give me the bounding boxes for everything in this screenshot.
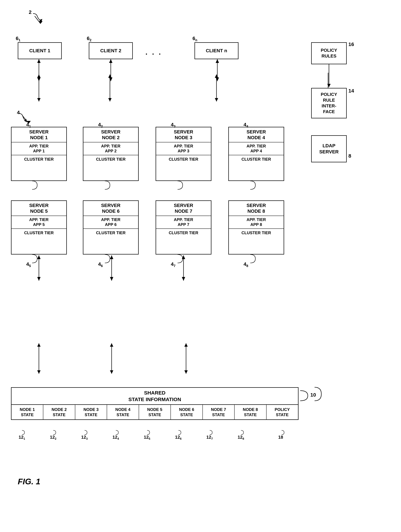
server-node-2: SERVERNODE 2 APP. TIERAPP 2 CLUSTER TIER bbox=[83, 127, 139, 181]
ref-44: 44 bbox=[243, 122, 248, 128]
server-node-1: SERVERNODE 1 APP. TIERAPP 1 CLUSTER TIER bbox=[11, 127, 67, 181]
ref-125: 125 bbox=[144, 435, 150, 441]
server-node-7: SERVERNODE 7 APP. TIERAPP 7 CLUSTER TIER bbox=[156, 200, 211, 254]
node7-cluster: CLUSTER TIER bbox=[156, 229, 211, 237]
node3-app: APP. TIERAPP 3 bbox=[156, 142, 211, 155]
svg-marker-27 bbox=[37, 59, 41, 63]
node5-app: APP. TIERAPP 5 bbox=[12, 216, 66, 229]
svg-marker-38 bbox=[37, 255, 41, 259]
ref-41: 41 bbox=[26, 122, 31, 128]
server-node-5: SERVERNODE 5 APP. TIERAPP 5 CLUSTER TIER bbox=[11, 200, 67, 254]
node3-cluster: CLUSTER TIER bbox=[156, 155, 211, 163]
svg-marker-23 bbox=[184, 370, 188, 374]
ref-127: 127 bbox=[206, 435, 213, 441]
svg-marker-16 bbox=[37, 343, 41, 347]
svg-marker-22 bbox=[184, 343, 188, 347]
node4-app: APP. TIERAPP 4 bbox=[229, 142, 284, 155]
ref-14: 14 bbox=[348, 88, 354, 94]
diagram: 2 CLIENT 1 61 CLIENT 2 62 . . . CLIENT n… bbox=[0, 0, 401, 532]
svg-marker-28 bbox=[37, 77, 41, 81]
state-cell-node4: NODE 4STATE bbox=[107, 405, 139, 419]
state-cell-node3: NODE 3STATE bbox=[75, 405, 107, 419]
node2-cluster: CLUSTER TIER bbox=[83, 155, 138, 163]
svg-text:10: 10 bbox=[310, 392, 316, 398]
state-cell-node6: NODE 6STATE bbox=[171, 405, 203, 419]
node8-title: SERVERNODE 8 bbox=[229, 201, 284, 216]
ref-4: 4 bbox=[17, 110, 20, 115]
server-node-4: SERVERNODE 4 APP. TIERAPP 4 CLUSTER TIER bbox=[228, 127, 284, 181]
node2-title: SERVERNODE 2 bbox=[83, 127, 138, 142]
ref-124: 124 bbox=[113, 435, 119, 441]
svg-marker-7 bbox=[108, 98, 112, 101]
svg-marker-10 bbox=[215, 98, 218, 101]
svg-marker-9 bbox=[215, 74, 218, 78]
svg-marker-24 bbox=[39, 19, 42, 22]
node6-cluster: CLUSTER TIER bbox=[83, 229, 138, 237]
node4-title: SERVERNODE 4 bbox=[229, 127, 284, 142]
all-arrows: 10 bbox=[0, 0, 401, 532]
svg-marker-3 bbox=[37, 74, 41, 78]
dots: . . . bbox=[146, 48, 162, 56]
node8-app: APP. TIERAPP 8 bbox=[229, 216, 284, 229]
node1-cluster: CLUSTER TIER bbox=[12, 155, 66, 163]
ref-6n: 6n bbox=[192, 36, 197, 42]
ref-122: 122 bbox=[50, 435, 56, 441]
svg-marker-1 bbox=[38, 21, 43, 24]
svg-marker-44 bbox=[182, 255, 185, 259]
server-node-6: SERVERNODE 6 APP. TIERAPP 6 CLUSTER TIER bbox=[83, 200, 139, 254]
node7-title: SERVERNODE 7 bbox=[156, 201, 211, 216]
shared-state-table: SHAREDSTATE INFORMATION NODE 1STATE NODE… bbox=[11, 387, 299, 420]
server-node-3: SERVERNODE 3 APP. TIERAPP 3 CLUSTER TIER bbox=[156, 127, 211, 181]
arrows-svg bbox=[0, 0, 401, 532]
server-node-8: SERVERNODE 8 APP. TIERAPP 8 CLUSTER TIER bbox=[228, 200, 284, 254]
state-cell-node1: NODE 1STATE bbox=[12, 405, 43, 419]
node4-cluster: CLUSTER TIER bbox=[229, 155, 284, 163]
node2-app: APP. TIERAPP 2 bbox=[83, 142, 138, 155]
node7-app: APP. TIERAPP 7 bbox=[156, 216, 211, 229]
ref-18: 18 bbox=[278, 435, 283, 440]
ref-126: 126 bbox=[175, 435, 181, 441]
ref-16: 16 bbox=[348, 41, 354, 47]
ref-48: 48 bbox=[243, 261, 248, 268]
shared-state-title: SHAREDSTATE INFORMATION bbox=[12, 388, 298, 405]
svg-marker-31 bbox=[109, 77, 113, 81]
ref-121: 121 bbox=[19, 435, 25, 441]
svg-marker-6 bbox=[108, 74, 112, 78]
ref-47: 47 bbox=[171, 261, 176, 268]
ref-128: 128 bbox=[238, 435, 244, 441]
state-cell-node2: NODE 2STATE bbox=[43, 405, 75, 419]
ref-43: 43 bbox=[171, 122, 176, 128]
svg-marker-34 bbox=[216, 77, 219, 81]
svg-marker-45 bbox=[182, 277, 185, 281]
svg-marker-39 bbox=[37, 277, 41, 281]
node6-title: SERVERNODE 6 bbox=[83, 201, 138, 216]
state-cell-policy: POLICYSTATE bbox=[267, 405, 298, 419]
svg-marker-41 bbox=[110, 255, 113, 259]
client-1-box: CLIENT 1 bbox=[18, 42, 62, 59]
ref-62: 62 bbox=[87, 36, 91, 42]
ref-8: 8 bbox=[348, 153, 351, 159]
node1-app: APP. TIERAPP 1 bbox=[12, 142, 66, 155]
svg-marker-36 bbox=[327, 84, 331, 87]
policy-rules-box: POLICYRULES bbox=[311, 42, 347, 64]
policy-rule-interface-box: POLICYRULEINTER-FACE bbox=[311, 88, 347, 118]
node1-title: SERVERNODE 1 bbox=[12, 127, 66, 142]
ref-42: 42 bbox=[98, 122, 103, 128]
node5-title: SERVERNODE 5 bbox=[12, 201, 66, 216]
svg-marker-25 bbox=[24, 119, 27, 122]
ref-45: 45 bbox=[26, 261, 31, 268]
ldap-server-box: LDAPSERVER bbox=[311, 135, 347, 162]
ref-46: 46 bbox=[98, 261, 103, 268]
svg-marker-42 bbox=[110, 277, 113, 281]
client-n-box: CLIENT n bbox=[195, 42, 238, 59]
state-cell-node7: NODE 7STATE bbox=[203, 405, 235, 419]
svg-marker-4 bbox=[37, 98, 41, 101]
svg-marker-30 bbox=[109, 59, 113, 63]
ref-123: 123 bbox=[81, 435, 88, 441]
svg-marker-17 bbox=[37, 370, 41, 374]
ref-2: 2 bbox=[29, 9, 32, 15]
svg-marker-19 bbox=[110, 343, 113, 347]
state-cell-node8: NODE 8STATE bbox=[235, 405, 266, 419]
svg-line-0 bbox=[35, 16, 41, 24]
node3-title: SERVERNODE 3 bbox=[156, 127, 211, 142]
